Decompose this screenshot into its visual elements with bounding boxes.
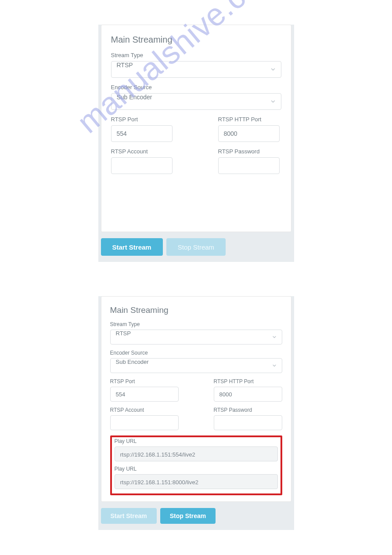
start-stream-button: Start Stream: [101, 508, 157, 524]
rtsp-port-input[interactable]: [110, 387, 179, 402]
stream-type-field: Stream Type RTSP: [111, 52, 281, 78]
rtsp-port-field: RTSP Port: [111, 116, 173, 142]
rtsp-password-field: RTSP Password: [218, 148, 281, 174]
rtsp-password-input[interactable]: [214, 415, 282, 430]
rtsp-port-label: RTSP Port: [111, 116, 173, 123]
encoder-source-field: Encoder Source Sub Encoder: [110, 350, 282, 373]
settings-card: Main Streaming Stream Type RTSP Encoder …: [101, 25, 291, 232]
play-url-2-field: Play URL rtsp://192.168.1.151:8000/live2: [115, 466, 278, 489]
play-url-1-value[interactable]: rtsp://192.168.1.151:554/live2: [115, 446, 278, 461]
rtsp-http-port-input[interactable]: [218, 125, 280, 142]
play-url-2-value[interactable]: rtsp://192.168.1.151:8000/live2: [115, 474, 278, 489]
encoder-source-select[interactable]: Sub Encoder: [110, 358, 282, 373]
card-title: Main Streaming: [111, 35, 281, 45]
encoder-source-label: Encoder Source: [110, 350, 282, 356]
stop-stream-button[interactable]: Stop Stream: [160, 508, 216, 524]
stream-type-label: Stream Type: [110, 321, 282, 327]
rtsp-password-input[interactable]: [218, 157, 280, 174]
encoder-source-value: Sub Encoder: [111, 93, 281, 110]
rtsp-password-field: RTSP Password: [214, 407, 282, 430]
rtsp-http-port-label: RTSP HTTP Port: [214, 378, 282, 385]
card-title: Main Streaming: [110, 305, 282, 315]
settings-card: Main Streaming Stream Type RTSP Encoder …: [101, 296, 291, 502]
rtsp-account-input[interactable]: [111, 157, 173, 174]
stop-stream-button: Stop Stream: [166, 238, 226, 256]
rtsp-port-label: RTSP Port: [110, 378, 179, 385]
main-streaming-panel-2: Main Streaming Stream Type RTSP Encoder …: [98, 296, 294, 530]
stream-type-select[interactable]: RTSP: [111, 61, 281, 78]
stream-type-select[interactable]: RTSP: [110, 330, 282, 345]
rtsp-account-label: RTSP Account: [111, 148, 173, 155]
rtsp-account-input[interactable]: [110, 415, 179, 430]
rtsp-port-field: RTSP Port: [110, 378, 179, 402]
rtsp-http-port-field: RTSP HTTP Port: [214, 378, 282, 402]
play-url-1-label: Play URL: [115, 438, 278, 444]
encoder-source-label: Encoder Source: [111, 84, 281, 91]
stream-type-value: RTSP: [110, 330, 282, 345]
encoder-source-select[interactable]: Sub Encoder: [111, 93, 281, 110]
rtsp-account-field: RTSP Account: [110, 407, 179, 430]
rtsp-http-port-field: RTSP HTTP Port: [218, 116, 281, 142]
encoder-source-field: Encoder Source Sub Encoder: [111, 84, 281, 110]
start-stream-button[interactable]: Start Stream: [101, 238, 163, 256]
encoder-source-value: Sub Encoder: [110, 358, 282, 373]
play-url-highlight-box: Play URL rtsp://192.168.1.151:554/live2 …: [110, 435, 282, 495]
rtsp-http-port-label: RTSP HTTP Port: [218, 116, 281, 123]
rtsp-http-port-input[interactable]: [214, 387, 282, 402]
rtsp-password-label: RTSP Password: [218, 148, 281, 155]
main-streaming-panel-1: Main Streaming Stream Type RTSP Encoder …: [98, 25, 294, 262]
rtsp-port-input[interactable]: [111, 125, 173, 142]
stream-type-label: Stream Type: [111, 52, 281, 58]
rtsp-account-field: RTSP Account: [111, 148, 173, 174]
play-url-2-label: Play URL: [115, 466, 278, 472]
button-row: Start Stream Stop Stream: [98, 502, 294, 530]
stream-type-field: Stream Type RTSP: [110, 321, 282, 345]
stream-type-value: RTSP: [111, 61, 281, 78]
rtsp-password-label: RTSP Password: [214, 407, 282, 413]
rtsp-account-label: RTSP Account: [110, 407, 179, 413]
play-url-1-field: Play URL rtsp://192.168.1.151:554/live2: [115, 438, 278, 461]
button-row: Start Stream Stop Stream: [98, 232, 294, 262]
